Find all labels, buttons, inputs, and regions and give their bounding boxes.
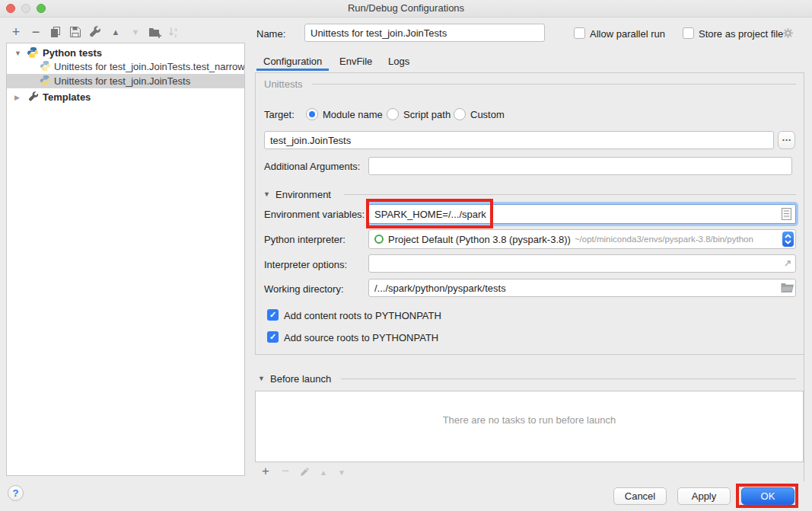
tree-item-python-tests[interactable]: ▼ Python tests <box>7 46 244 60</box>
add-content-roots-checkbox[interactable]: ✓ <box>267 309 279 321</box>
target-label: Target: <box>264 109 295 120</box>
allow-parallel-label[interactable]: Allow parallel run <box>590 28 665 40</box>
working-directory-label: Working directory: <box>264 283 344 295</box>
apply-button-label: Apply <box>692 490 717 502</box>
tree-item-unittest-jointests[interactable]: Unittests for test_join.JoinTests <box>7 74 244 88</box>
cancel-button[interactable]: Cancel <box>613 487 667 505</box>
env-vars-value: SPARK_HOME=/.../spark <box>374 209 486 220</box>
save-configuration-icon[interactable] <box>68 25 82 39</box>
tree-item-unittest-narrow[interactable]: Unittests for test_join.JoinTests.test_n… <box>7 59 244 74</box>
before-launch-up-icon: ▲ <box>317 465 330 479</box>
ok-button-label: OK <box>761 490 775 502</box>
new-folder-icon[interactable] <box>148 25 161 39</box>
before-launch-down-icon: ▼ <box>335 465 349 479</box>
python-interpreter-label: Python interpreter: <box>264 234 345 245</box>
name-value: Unittests for test_join.JoinTests <box>310 27 447 39</box>
python-icon <box>40 60 51 74</box>
cancel-button-label: Cancel <box>625 490 655 502</box>
additional-args-input[interactable] <box>368 157 792 175</box>
active-tab-underline <box>256 69 329 71</box>
copy-configuration-icon[interactable] <box>49 25 62 39</box>
before-launch-list[interactable]: There are no tasks to run before launch <box>255 391 804 462</box>
before-launch-edit-icon <box>298 465 312 478</box>
add-source-roots-label[interactable]: Add source roots to PYTHONPATH <box>284 332 438 343</box>
radio-script-path-label[interactable]: Script path <box>403 109 451 120</box>
env-vars-input[interactable]: SPARK_HOME=/.../spark <box>368 204 796 224</box>
tree-item-label: Unittests for test_join.JoinTests <box>54 75 190 87</box>
window-title: Run/Debug Configurations <box>0 2 812 14</box>
ok-button[interactable]: OK <box>741 487 794 505</box>
edit-templates-icon[interactable] <box>88 25 102 39</box>
before-launch-divider <box>341 378 796 379</box>
environment-section-label[interactable]: Environment <box>275 189 331 200</box>
interpreter-options-input[interactable] <box>368 254 796 273</box>
tree-item-templates[interactable]: ▶ Templates <box>7 90 244 104</box>
radio-custom-label[interactable]: Custom <box>470 109 505 120</box>
radio-selected-dot <box>309 111 315 117</box>
name-input[interactable]: Unittests for test_join.JoinTests <box>304 24 545 42</box>
expand-field-icon[interactable] <box>782 258 793 271</box>
help-button[interactable]: ? <box>8 485 24 501</box>
apply-button[interactable]: Apply <box>677 487 731 505</box>
tree-item-label: Python tests <box>43 47 102 59</box>
before-launch-collapse-icon[interactable]: ▼ <box>258 375 265 382</box>
working-directory-value: /.../spark/python/pyspark/tests <box>374 283 506 294</box>
configurations-tree: ▼ Python tests Unittests for test_join.J… <box>6 43 245 476</box>
additional-args-label: Additional Arguments: <box>264 161 360 172</box>
title-bar: Run/Debug Configurations <box>0 0 812 18</box>
before-launch-add-icon[interactable]: + <box>259 465 272 478</box>
module-name-input[interactable]: test_join.JoinTests <box>264 131 774 149</box>
python-interpreter-value: Project Default (Python 3.8 (pyspark-3.8… <box>388 234 571 245</box>
conda-env-icon <box>374 235 384 244</box>
python-interpreter-path: ~/opt/miniconda3/envs/pyspark-3.8/bin/py… <box>575 235 753 244</box>
before-launch-empty-message: There are no tasks to run before launch <box>256 414 803 426</box>
unittests-group-label: Unittests <box>264 78 303 90</box>
expanded-arrow-icon[interactable]: ▼ <box>14 50 21 57</box>
browse-module-button[interactable]: … <box>778 131 795 149</box>
allow-parallel-checkbox[interactable] <box>574 27 585 39</box>
svg-text:z: z <box>174 33 177 38</box>
environment-collapse-icon[interactable]: ▼ <box>263 190 270 198</box>
group-divider <box>312 84 796 85</box>
before-launch-remove-icon: − <box>279 465 292 478</box>
ellipsis-icon: … <box>782 132 791 143</box>
python-icon <box>27 46 39 60</box>
radio-script-path[interactable] <box>387 108 399 120</box>
gear-icon[interactable] <box>782 27 794 41</box>
svg-text:a: a <box>174 27 177 32</box>
move-down-icon: ▼ <box>129 25 142 39</box>
tree-item-label: Unittests for test_join.JoinTests.test_n… <box>54 61 244 72</box>
name-label: Name: <box>256 28 285 40</box>
tree-item-label: Templates <box>43 91 91 103</box>
interpreter-stepper-icon[interactable] <box>782 232 794 247</box>
move-up-icon[interactable]: ▲ <box>109 25 123 39</box>
env-vars-label: Environment variables: <box>264 209 365 220</box>
radio-module-name[interactable] <box>306 108 318 120</box>
scroll-pane-right-border <box>804 355 804 481</box>
store-project-checkbox[interactable] <box>683 27 694 39</box>
tab-envfile[interactable]: EnvFile <box>339 56 372 67</box>
add-source-roots-checkbox[interactable]: ✓ <box>267 331 279 343</box>
tab-configuration[interactable]: Configuration <box>263 56 322 67</box>
python-icon <box>40 75 51 88</box>
environment-divider <box>344 194 796 195</box>
tab-logs[interactable]: Logs <box>388 56 409 67</box>
interpreter-options-label: Interpreter options: <box>264 259 347 270</box>
add-configuration-icon[interactable]: + <box>9 25 23 39</box>
radio-custom[interactable] <box>454 108 466 120</box>
before-launch-label[interactable]: Before launch <box>270 373 331 385</box>
sort-configurations-icon: az <box>167 25 181 39</box>
radio-module-name-label[interactable]: Module name <box>323 109 383 120</box>
add-content-roots-label[interactable]: Add content roots to PYTHONPATH <box>284 310 441 321</box>
remove-configuration-icon[interactable]: − <box>29 25 43 39</box>
python-interpreter-select[interactable]: Project Default (Python 3.8 (pyspark-3.8… <box>368 229 796 249</box>
store-project-label[interactable]: Store as project file <box>699 28 783 40</box>
folder-browse-icon[interactable] <box>781 283 794 295</box>
env-vars-list-icon[interactable] <box>782 208 791 222</box>
templates-wrench-icon <box>28 91 39 104</box>
collapsed-arrow-icon[interactable]: ▶ <box>14 94 20 101</box>
help-icon: ? <box>13 487 19 499</box>
module-name-value: test_join.JoinTests <box>270 135 351 146</box>
working-directory-input[interactable]: /.../spark/python/pyspark/tests <box>368 279 796 297</box>
